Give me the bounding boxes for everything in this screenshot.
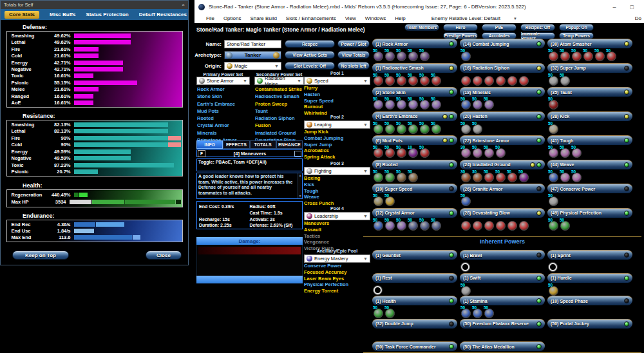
enhancement-slot[interactable]: 50 <box>385 221 395 231</box>
enhancement-slot[interactable]: 50 <box>420 221 430 231</box>
power-pill[interactable]: (47) Conserve Power <box>547 184 632 193</box>
power-pill[interactable]: (41) Tough <box>547 135 632 145</box>
power-list-item-hasten[interactable]: Hasten <box>304 91 370 98</box>
power-pill[interactable]: (50) The Atlas Medallion <box>460 341 545 351</box>
menu-view[interactable]: View <box>345 15 356 21</box>
enhancement-slot[interactable]: 50 <box>549 124 558 134</box>
power-list-item-energy-torrent[interactable]: Energy Torrent <box>304 288 370 294</box>
enhancement-slot[interactable]: 50 <box>484 100 494 110</box>
power-list-item-focused-accuracy[interactable]: Focused Accuracy <box>304 269 370 276</box>
enhancement-slot[interactable]: 50 <box>560 173 570 182</box>
power-pill[interactable]: (44) Weave <box>547 160 632 169</box>
enhancement-slot[interactable]: 50 <box>408 124 418 134</box>
enhancement-slot[interactable]: 50 <box>385 52 395 61</box>
pool-select-energy-mastery[interactable]: Energy Mastery▼ <box>304 254 370 263</box>
power-list-item-kick[interactable]: Kick <box>304 182 370 188</box>
power-pill[interactable]: (18) Minerals <box>460 87 545 97</box>
power-pill[interactable]: (1) Health <box>372 296 457 305</box>
power-list-item-rock-armor[interactable]: Rock Armor <box>197 86 236 93</box>
team-members-button[interactable]: Team Members <box>404 24 439 31</box>
power-pill[interactable]: (2) Stone Skin <box>372 87 457 97</box>
power-list-item-flurry[interactable]: Flurry <box>304 85 370 91</box>
main-titlebar[interactable]: Stone-Rad - Tanker (Stone Armor - Radiat… <box>194 0 644 14</box>
power-list-item-contaminated-strike[interactable]: Contaminated Strike <box>255 86 302 93</box>
enhancement-slot[interactable]: 10 <box>408 148 418 158</box>
enhancement-slot[interactable]: 50 <box>519 173 529 182</box>
power-list-item-crystal-armor[interactable]: Crystal Armor <box>197 122 236 129</box>
enhancement-slot[interactable]: 50 <box>408 221 418 231</box>
enhancement-slot[interactable]: 50 <box>484 309 494 318</box>
enhancement-slot[interactable] <box>473 76 482 86</box>
enhancement-slot[interactable]: 50 <box>607 52 616 61</box>
enhancement-slot[interactable] <box>496 221 506 231</box>
power-pill[interactable]: (10) Super Speed <box>372 184 457 193</box>
enhancement-slot[interactable] <box>461 221 471 231</box>
scrollbar[interactable]: ▲ ▼ <box>298 173 302 198</box>
power-pill[interactable]: (24) Irradiated Ground <box>460 160 545 169</box>
enhancement-slot[interactable]: 30 <box>461 173 471 182</box>
power-pill[interactable]: (12) Crystal Armor <box>372 208 457 218</box>
recipes-off-button[interactable]: Recipes: Off <box>520 24 555 31</box>
enhancement-slot[interactable]: 50 <box>408 76 418 86</box>
popup-on-button[interactable]: Popup: On <box>559 24 594 31</box>
enhancement-slot[interactable]: 50 <box>461 286 471 296</box>
enhancement-slot[interactable]: 50 <box>431 124 441 134</box>
enhancement-slot[interactable]: 50 <box>420 100 430 110</box>
no-slots-left-button[interactable]: No slots left <box>337 62 370 70</box>
enhancement-slot[interactable] <box>374 286 383 296</box>
enhancement-slot[interactable]: 50 <box>507 173 517 182</box>
pool-select-fighting[interactable]: Fighting▼ <box>304 167 370 175</box>
enhancement-slot[interactable]: 50 <box>496 173 506 182</box>
totals-titlebar[interactable]: Totals for Self × <box>1 1 188 9</box>
slot-levels-off-button[interactable]: Slot Levels: Off <box>285 62 335 70</box>
power-list-item-taunt[interactable]: Taunt <box>255 108 302 115</box>
power-list-item-mud-pots[interactable]: Mud Pots <box>197 108 236 115</box>
detail-window-icon[interactable] <box>294 151 301 157</box>
menu-windows[interactable]: Windows <box>365 15 386 21</box>
enhancement-slot[interactable]: 50 <box>408 100 418 110</box>
enhancement-slot[interactable]: 50 <box>461 124 471 134</box>
enhancement-slot[interactable] <box>496 76 506 86</box>
name-input[interactable]: Stone/Rad Tanker <box>224 40 281 48</box>
chevron-down-icon[interactable]: ▼ <box>513 17 517 21</box>
power-pill[interactable]: (1) Brawl <box>460 250 545 260</box>
info-tab-info[interactable]: INFO <box>196 140 223 149</box>
power-pill[interactable]: (20) Hasten <box>460 111 545 121</box>
enhancement-slot[interactable] <box>461 263 471 272</box>
enhancement-slot[interactable]: 50 <box>385 148 395 158</box>
power-list-item-physical-perfection[interactable]: Physical Perfection <box>304 281 370 288</box>
power-pill[interactable]: (1) Hurdle <box>547 273 632 283</box>
power-list-item-stone-skin[interactable]: Stone Skin <box>197 93 236 100</box>
power-pill[interactable]: (1) Sprint <box>547 250 632 260</box>
enhancement-slot[interactable]: 50 <box>496 148 506 158</box>
scroll-down-icon[interactable]: ▼ <box>299 195 302 198</box>
menu-help[interactable]: Help <box>395 15 405 21</box>
power-pill[interactable]: (1) Rock Armor <box>372 39 457 48</box>
power-pill[interactable]: (1) Gauntlet <box>372 250 457 260</box>
enhancement-slot[interactable]: 50 <box>374 148 383 158</box>
enhancement-slot[interactable]: 50 <box>374 124 383 134</box>
enhancement-slot[interactable]: 50 <box>431 100 441 110</box>
power-pill[interactable]: (16) Radiation Siphon <box>460 63 545 73</box>
power-pill[interactable]: (30) Atom Smasher <box>547 39 632 48</box>
enhancement-slot[interactable]: 50 <box>374 52 383 61</box>
info-tab-enhance[interactable]: ENHANCE <box>276 140 303 149</box>
secondary-powerset-select[interactable]: Radiation Melee ▼ <box>254 77 304 85</box>
power-pill[interactable]: (4) Earth's Embrace <box>372 111 457 121</box>
pool-select-speed[interactable]: Speed▼ <box>304 77 370 85</box>
power-list-item-weave[interactable]: Weave <box>304 194 370 200</box>
power-pill[interactable]: (26) Granite Armor <box>460 184 545 193</box>
power-pill[interactable]: (6) Mud Pots <box>372 135 457 145</box>
power-list-item-maneuvers[interactable]: Maneuvers <box>304 220 370 227</box>
enhancement-slot[interactable]: 50 <box>461 100 471 110</box>
power-list-item-conserve-power[interactable]: Conserve Power <box>304 263 370 269</box>
power-pill[interactable]: (49) Physical Perfection <box>547 208 632 218</box>
enhancement-slot[interactable]: 50 <box>572 173 582 182</box>
tab-core-stats[interactable]: Core Stats <box>5 11 39 19</box>
power-list-item-fusion[interactable]: Fusion <box>255 122 302 129</box>
keep-on-top-button[interactable]: Keep on Top <box>12 251 69 260</box>
enhancement-slot[interactable]: 50 <box>549 196 558 206</box>
enhancement-slot[interactable]: 50 <box>374 196 383 206</box>
enhancement-slot[interactable]: 50 <box>549 100 558 110</box>
enhancement-slot[interactable] <box>473 221 482 231</box>
